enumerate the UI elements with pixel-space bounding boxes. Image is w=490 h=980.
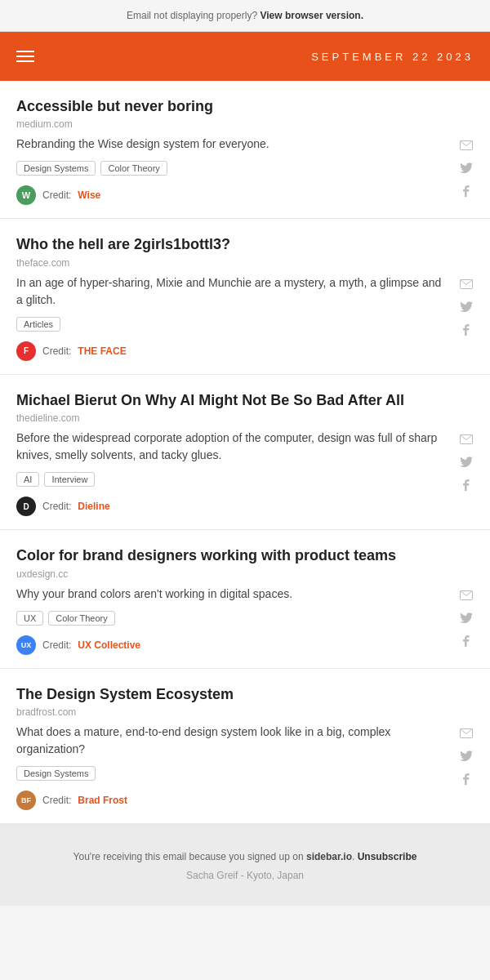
credit-avatar: F (16, 341, 36, 361)
facebook-share-icon[interactable] (459, 478, 474, 492)
view-browser-link[interactable]: View browser version. (260, 10, 363, 21)
header-date: SEPTEMBER 22 2023 (51, 51, 474, 63)
credit-name: UX Collective (78, 639, 140, 651)
email-share-icon[interactable] (459, 432, 474, 447)
credit-row: F Credit: THE FACE (16, 341, 443, 361)
credit-avatar: UX (16, 635, 36, 655)
facebook-share-icon[interactable] (459, 772, 474, 786)
twitter-share-icon[interactable] (459, 455, 474, 470)
tag: Articles (16, 317, 60, 332)
twitter-share-icon[interactable] (459, 611, 474, 626)
tags-list: Design SystemsColor Theory (16, 161, 443, 176)
hamburger-icon[interactable] (16, 51, 34, 62)
footer-site: sidebar.io (306, 851, 352, 862)
article-source: theface.com (16, 257, 474, 269)
footer-location: Sacha Greif - Kyoto, Japan (16, 870, 474, 881)
article-card-1: Accessible but never boring medium.com R… (0, 81, 490, 219)
tag: AI (16, 472, 39, 487)
credit-name: Dieline (78, 501, 109, 512)
credit-label: Credit: (42, 795, 71, 806)
tag: Interview (44, 472, 95, 487)
credit-avatar: BF (16, 791, 36, 810)
credit-label: Credit: (42, 501, 71, 512)
article-source: uxdesign.cc (16, 568, 474, 580)
credit-row: W Credit: Wise (16, 185, 443, 205)
article-card-3: Michael Bierut On Why AI Might Not Be So… (0, 375, 490, 530)
twitter-share-icon[interactable] (459, 161, 474, 176)
facebook-share-icon[interactable] (459, 323, 474, 337)
tags-list: Design Systems (16, 766, 443, 781)
unsubscribe-link[interactable]: Unsubscribe (358, 851, 417, 862)
article-source: medium.com (16, 118, 474, 130)
tags-list: UXColor Theory (16, 611, 443, 626)
share-icons (459, 136, 474, 198)
article-title[interactable]: The Design System Ecosystem (16, 685, 474, 704)
credit-row: UX Credit: UX Collective (16, 635, 443, 655)
article-title[interactable]: Color for brand designers working with p… (16, 546, 474, 565)
twitter-share-icon[interactable] (459, 300, 474, 314)
tag: Design Systems (16, 766, 96, 781)
share-icons (459, 586, 474, 648)
header: SEPTEMBER 22 2023 (0, 32, 490, 81)
credit-label: Credit: (42, 639, 71, 651)
share-icons (459, 724, 474, 786)
email-share-icon[interactable] (459, 588, 474, 603)
credit-label: Credit: (42, 189, 71, 201)
facebook-share-icon[interactable] (459, 184, 474, 198)
article-description: In an age of hyper-sharing, Mixie and Mu… (16, 274, 443, 309)
credit-row: BF Credit: Brad Frost (16, 791, 443, 810)
topbar-text: Email not displaying properly? (127, 10, 257, 21)
top-bar: Email not displaying properly? View brow… (0, 0, 490, 32)
tag: Design Systems (16, 161, 96, 176)
article-title[interactable]: Michael Bierut On Why AI Might Not Be So… (16, 391, 474, 410)
article-title[interactable]: Accessible but never boring (16, 97, 474, 116)
article-card-4: Color for brand designers working with p… (0, 530, 490, 668)
footer-pretext: You're receiving this email because you … (74, 851, 304, 862)
credit-avatar: D (16, 497, 36, 516)
tags-list: AIInterview (16, 472, 443, 487)
share-icons (459, 274, 474, 337)
footer: You're receiving this email because you … (0, 824, 490, 906)
facebook-share-icon[interactable] (459, 634, 474, 648)
email-share-icon[interactable] (459, 726, 474, 741)
footer-text: You're receiving this email because you … (16, 849, 474, 865)
tag: UX (16, 611, 43, 626)
article-description: Before the widespread corporate adoption… (16, 430, 443, 464)
tag: Color Theory (100, 161, 167, 176)
article-card-2: Who the hell are 2girls1bottl3? theface.… (0, 219, 490, 374)
article-description: Rebranding the Wise design system for ev… (16, 136, 443, 153)
credit-avatar: W (16, 185, 36, 205)
articles-container: Accessible but never boring medium.com R… (0, 81, 490, 824)
share-icons (459, 430, 474, 492)
footer-sep: . (352, 851, 354, 862)
credit-row: D Credit: Dieline (16, 497, 443, 516)
article-source: thedieline.com (16, 412, 474, 424)
article-source: bradfrost.com (16, 706, 474, 718)
article-title[interactable]: Who the hell are 2girls1bottl3? (16, 235, 474, 254)
credit-name: Brad Frost (78, 795, 127, 806)
article-description: Why your brand colors aren't working in … (16, 586, 443, 603)
credit-name: Wise (78, 189, 100, 201)
tag: Color Theory (48, 611, 114, 626)
credit-label: Credit: (42, 345, 71, 357)
article-card-5: The Design System Ecosystem bradfrost.co… (0, 669, 490, 824)
credit-name: THE FACE (78, 345, 126, 357)
twitter-share-icon[interactable] (459, 749, 474, 764)
email-share-icon[interactable] (459, 277, 474, 292)
tags-list: Articles (16, 317, 443, 332)
article-description: What does a mature, end-to-end design sy… (16, 724, 443, 758)
email-share-icon[interactable] (459, 138, 474, 153)
